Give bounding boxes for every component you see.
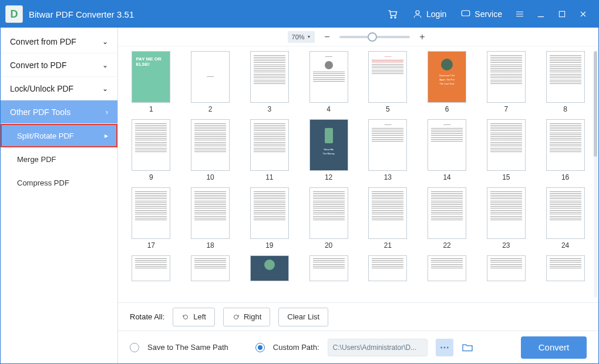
page-thumbnail[interactable] [426,255,469,281]
rotate-right-button[interactable]: Right [223,308,270,326]
hamburger-icon [514,9,525,19]
page-thumbnail[interactable]: 20 [307,187,350,252]
page-thumbnail-frame [191,255,230,281]
page-thumbnail[interactable]: 3 [248,51,291,116]
minimize-icon [536,9,546,19]
rotate-left-button[interactable]: Left [173,308,215,326]
page-thumbnail-frame: ——— [309,51,348,103]
page-thumbnail[interactable]: ———13 [366,119,409,184]
sidebar-item-label: Split/Rotate PDF [17,132,74,140]
page-number: 16 [561,173,569,184]
sidebar-item-merge[interactable]: Merge PDF [1,147,117,171]
svg-point-2 [416,11,419,14]
page-thumbnail[interactable]: 18 [189,187,232,252]
page-thumbnail[interactable]: 24 [544,187,587,252]
page-number: 24 [561,241,569,252]
page-number: 13 [384,173,392,184]
page-thumbnail[interactable] [248,255,291,281]
custom-path-input[interactable]: C:\Users\Administrator\D... [328,339,428,356]
page-thumbnail[interactable]: 21 [366,187,409,252]
page-thumbnail[interactable]: 10 [189,119,232,184]
page-thumbnail[interactable]: Someone? YetAgain. Not ForThe Last Time6 [426,51,469,116]
page-thumbnail[interactable]: 8 [544,51,587,116]
page-thumbnail-frame: ——— [368,119,407,171]
page-thumbnail-frame [487,187,526,239]
sidebar-group-convert-from[interactable]: Convert from PDF ⌄ [1,30,117,53]
page-thumbnail-frame [309,255,348,281]
page-thumbnail-frame [428,187,466,239]
page-thumbnail-frame [191,119,230,171]
zoom-slider-thumb[interactable] [368,32,377,42]
minimize-button[interactable] [530,4,551,25]
page-thumbnail[interactable] [485,255,528,281]
page-thumbnail[interactable]: 17 [130,187,173,252]
rotate-right-icon [232,313,240,321]
page-thumbnail[interactable]: PAY ME OR ELSE!1 [130,51,173,116]
sidebar-group-lock[interactable]: Lock/Unlock PDF ⌄ [1,77,117,100]
page-thumbnail[interactable]: 11 [248,119,291,184]
page-thumbnail[interactable] [130,255,173,281]
sidebar-group-convert-to[interactable]: Convert to PDF ⌄ [1,53,117,77]
save-same-path-radio[interactable] [130,343,139,352]
page-thumbnail[interactable]: ———2 [189,51,232,116]
page-thumbnail[interactable]: Show MeThe Money12 [307,119,350,184]
page-thumbnail[interactable] [189,255,232,281]
maximize-button[interactable] [551,4,573,25]
zoom-slider-track[interactable] [339,36,410,38]
sidebar-item-compress[interactable]: Compress PDF [1,171,117,194]
close-icon [578,9,588,19]
custom-path-label[interactable]: Custom Path: [273,343,319,352]
page-thumbnail-frame [250,119,289,171]
sidebar-item-label: Compress PDF [17,178,69,187]
caret-down-icon: ▼ [307,35,311,39]
svg-point-6 [234,315,238,319]
menu-button[interactable] [509,4,530,25]
page-thumbnail[interactable]: 9 [130,119,173,184]
page-number: 10 [206,173,214,184]
cart-button[interactable] [379,8,405,20]
custom-path-radio[interactable] [255,343,265,352]
page-thumbnail[interactable] [366,255,409,281]
page-number: 5 [386,105,390,116]
scrollbar[interactable] [594,51,597,298]
page-thumbnail[interactable] [307,255,350,281]
page-thumbnail-frame [250,51,289,103]
browse-path-button[interactable]: ⋯ [436,339,453,356]
page-thumbnail[interactable]: 7 [485,51,528,116]
scrollbar-thumb[interactable] [594,51,597,157]
page-thumbnail[interactable] [544,255,587,281]
page-thumbnail[interactable]: ———14 [426,119,469,184]
page-number: 7 [504,105,509,116]
zoom-out-button[interactable]: − [321,31,334,43]
service-button[interactable]: Service [453,9,509,19]
close-button[interactable] [573,4,594,25]
page-thumbnail[interactable]: ———4 [307,51,350,116]
page-number: 18 [206,241,214,252]
sidebar-group-label: Convert from PDF [10,37,76,46]
thumbnail-grid: PAY ME OR ELSE!1———23———4———5Someone? Ye… [130,51,587,281]
sidebar-item-split-rotate[interactable]: Split/Rotate PDF ▸ [1,124,117,147]
zoom-in-button[interactable]: + [416,31,429,43]
sidebar-group-other-tools[interactable]: Other PDF Tools › [1,100,117,124]
app-logo: D [5,5,23,23]
open-folder-button[interactable] [462,343,473,352]
page-thumbnail[interactable]: 16 [544,119,587,184]
page-thumbnail-frame [309,187,348,239]
clear-list-button[interactable]: Clear List [278,308,328,326]
page-thumbnail[interactable]: 22 [426,187,469,252]
page-number: 19 [265,241,273,252]
zoom-percent-display[interactable]: 70% ▼ [288,31,315,43]
rotate-all-label: Rotate All: [130,312,164,321]
page-thumbnail[interactable]: 19 [248,187,291,252]
convert-button[interactable]: Convert [521,336,587,359]
login-button[interactable]: Login [405,9,453,19]
save-same-path-label[interactable]: Save to The Same Path [147,343,228,352]
page-thumbnail[interactable]: 23 [485,187,528,252]
page-thumbnail-frame [250,187,289,239]
main-panel: 70% ▼ − + PAY ME OR ELSE!1———23———4———5S… [118,28,598,363]
page-thumbnail-frame [428,255,466,281]
page-thumbnail-frame: ——— [368,51,407,103]
sidebar-group-label: Convert to PDF [10,60,66,70]
page-thumbnail[interactable]: ———5 [366,51,409,116]
page-thumbnail[interactable]: 15 [485,119,528,184]
